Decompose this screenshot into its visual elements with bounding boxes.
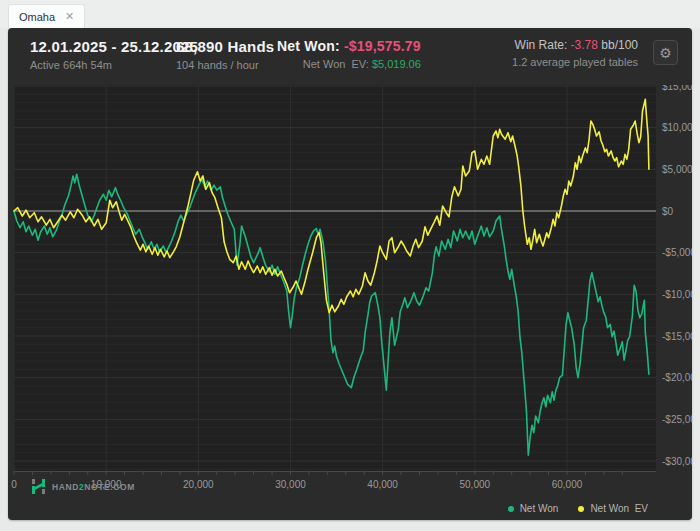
svg-text:-$5,000: -$5,000 bbox=[662, 247, 692, 258]
stats-header: 12.01.2025 - 25.12.2025 Active 664h 54m … bbox=[8, 28, 692, 80]
win-rate-value: -3.78 bbox=[571, 38, 598, 52]
watermark: HAND2NOTE.COM bbox=[30, 478, 135, 495]
svg-text:-$30,000: -$30,000 bbox=[662, 456, 692, 467]
svg-text:50,000: 50,000 bbox=[460, 479, 491, 490]
tab-bar: Omaha ✕ bbox=[0, 0, 700, 28]
active-time: Active 664h 54m bbox=[30, 59, 198, 71]
svg-text:$15,000: $15,000 bbox=[662, 85, 692, 92]
net-won-dot-icon bbox=[508, 506, 514, 512]
svg-text:-$25,000: -$25,000 bbox=[662, 414, 692, 425]
avg-tables: 1.2 average played tables bbox=[512, 56, 638, 68]
net-won-ev-dot-icon bbox=[578, 506, 584, 512]
net-won-ev-label: Net Won EV: bbox=[303, 58, 372, 70]
tab-label: Omaha bbox=[19, 11, 55, 23]
watermark-text: HAND2NOTE.COM bbox=[52, 482, 135, 492]
tab-omaha[interactable]: Omaha ✕ bbox=[8, 4, 85, 28]
svg-text:-$20,000: -$20,000 bbox=[662, 372, 692, 383]
date-range: 12.01.2025 - 25.12.2025 bbox=[30, 38, 198, 55]
hands-block: 68,890 Hands 104 hands / hour bbox=[176, 38, 274, 71]
results-panel: 12.01.2025 - 25.12.2025 Active 664h 54m … bbox=[8, 28, 692, 520]
svg-text:-$10,000: -$10,000 bbox=[662, 289, 692, 300]
svg-text:$10,000: $10,000 bbox=[662, 122, 692, 133]
svg-text:0: 0 bbox=[11, 479, 17, 490]
date-range-block: 12.01.2025 - 25.12.2025 Active 664h 54m bbox=[30, 38, 198, 71]
win-rate-label: Win Rate: bbox=[515, 38, 571, 52]
settings-button[interactable]: ⚙ bbox=[653, 40, 678, 65]
legend-label-net-won-ev: Net Won EV bbox=[590, 503, 648, 514]
chart-legend: Net Won Net Won EV bbox=[508, 503, 648, 514]
app-window: Omaha ✕ 12.01.2025 - 25.12.2025 Active 6… bbox=[0, 0, 700, 531]
svg-text:20,000: 20,000 bbox=[183, 479, 214, 490]
hand2note-logo-icon bbox=[30, 478, 47, 495]
svg-text:60,000: 60,000 bbox=[552, 479, 583, 490]
hands-count: 68,890 Hands bbox=[176, 38, 274, 55]
net-won-block: Net Won: -$19,575.79 Net Won EV: $5,019.… bbox=[277, 38, 421, 70]
svg-text:$0: $0 bbox=[662, 206, 674, 217]
gear-icon: ⚙ bbox=[659, 46, 672, 60]
svg-text:$5,000: $5,000 bbox=[662, 164, 692, 175]
net-won-ev-value: $5,019.06 bbox=[372, 58, 421, 70]
legend-item-net-won-ev[interactable]: Net Won EV bbox=[578, 503, 648, 514]
legend-label-net-won: Net Won bbox=[520, 503, 559, 514]
svg-text:-$15,000: -$15,000 bbox=[662, 331, 692, 342]
svg-text:30,000: 30,000 bbox=[275, 479, 306, 490]
svg-text:40,000: 40,000 bbox=[367, 479, 398, 490]
win-rate-unit: bb/100 bbox=[598, 38, 638, 52]
net-won-label: Net Won: bbox=[277, 38, 344, 54]
win-rate-block: Win Rate: -3.78 bb/100 1.2 average playe… bbox=[512, 38, 638, 68]
results-chart: $15,000$10,000$5,000$0-$5,000-$10,000-$1… bbox=[8, 85, 692, 520]
close-icon[interactable]: ✕ bbox=[65, 11, 74, 22]
legend-item-net-won[interactable]: Net Won bbox=[508, 503, 559, 514]
net-won-value: -$19,575.79 bbox=[344, 38, 421, 54]
hands-per-hour: 104 hands / hour bbox=[176, 59, 274, 71]
